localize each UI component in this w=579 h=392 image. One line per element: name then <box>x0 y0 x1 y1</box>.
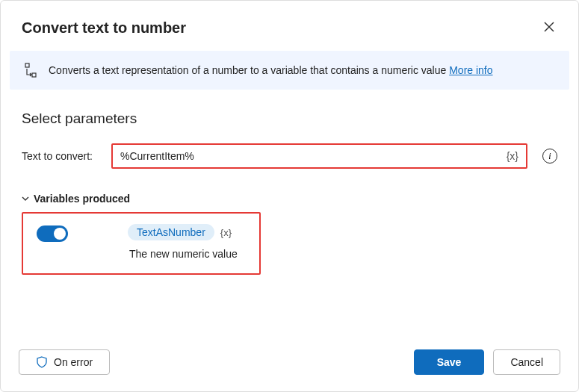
chevron-down-icon <box>22 195 29 202</box>
on-error-label: On error <box>54 356 93 368</box>
dialog-title: Convert text to number <box>22 19 186 37</box>
close-button[interactable] <box>541 17 557 39</box>
variable-produced-box: TextAsNumber {x} The new numeric value <box>22 212 261 275</box>
text-to-convert-field[interactable]: {x} <box>111 143 527 169</box>
svg-rect-0 <box>25 63 29 67</box>
info-banner: Converts a text representation of a numb… <box>10 51 569 90</box>
parameters-section-title: Select parameters <box>22 111 557 127</box>
variable-picker-icon[interactable]: {x} <box>499 150 526 162</box>
variable-braces-icon: {x} <box>220 227 232 238</box>
info-icon[interactable]: i <box>542 149 557 164</box>
close-icon <box>544 22 554 32</box>
shield-icon <box>36 356 48 368</box>
cancel-button[interactable]: Cancel <box>493 349 560 375</box>
save-button[interactable]: Save <box>414 349 485 375</box>
convert-icon <box>23 63 38 78</box>
svg-rect-1 <box>32 73 36 77</box>
text-to-convert-label: Text to convert: <box>22 150 102 162</box>
on-error-button[interactable]: On error <box>19 349 110 375</box>
variable-name-pill[interactable]: TextAsNumber <box>128 224 214 240</box>
info-text: Converts a text representation of a numb… <box>49 64 449 76</box>
more-info-link[interactable]: More info <box>449 64 492 76</box>
variables-produced-label: Variables produced <box>34 193 130 205</box>
variable-description: The new numeric value <box>128 248 238 260</box>
text-to-convert-input[interactable] <box>113 146 499 167</box>
variables-produced-header[interactable]: Variables produced <box>22 190 557 205</box>
variable-toggle[interactable] <box>37 225 68 242</box>
